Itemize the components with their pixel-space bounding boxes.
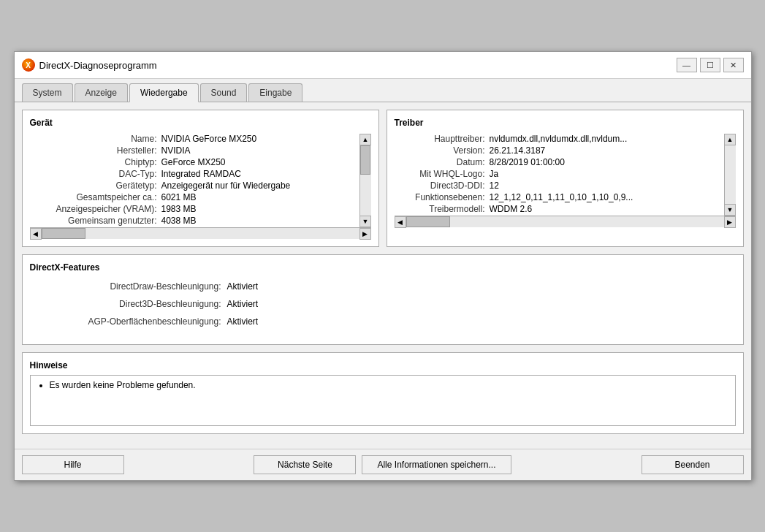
table-row: Chiptyp: GeForce MX250 — [30, 157, 358, 167]
vram-value: 1983 MB — [161, 204, 197, 214]
driver-hscroll-track — [406, 216, 724, 227]
notes-panel: Hinweise Es wurden keine Probleme gefund… — [22, 352, 744, 434]
scroll-down-button[interactable]: ▼ — [359, 216, 371, 227]
table-row: Gerätetyp: Anzeigegerät nur für Wiederga… — [30, 180, 358, 191]
list-item: Es wurden keine Probleme gefunden. — [50, 380, 728, 390]
hscroll-left-button[interactable]: ◀ — [30, 228, 42, 240]
device-name-value: NVIDIA GeForce MX250 — [161, 134, 257, 144]
table-row: Datum: 8/28/2019 01:00:00 — [395, 157, 723, 167]
app-icon: X — [22, 58, 35, 72]
table-row: Mit WHQL-Logo: Ja — [395, 169, 723, 179]
dac-value: Integrated RAMDAC — [161, 169, 241, 179]
chip-value: GeForce MX250 — [161, 157, 226, 167]
driver-info-table: Haupttreiber: nvldumdx.dll,nvldumdx.dll,… — [395, 134, 723, 214]
notes-box: Es wurden keine Probleme gefunden. — [30, 375, 736, 426]
tab-anzeige[interactable]: Anzeige — [75, 83, 128, 102]
whql-label: Mit WHQL-Logo: — [395, 169, 490, 179]
geraetetyp-value: Anzeigegerät nur für Wiedergabe — [161, 180, 291, 191]
scroll-up-button[interactable]: ▲ — [359, 134, 371, 145]
driver-panel: Treiber Haupttreiber: nvldumdx.dll,nvldu… — [387, 110, 744, 247]
funktionsebenen-label: Funktionsebenen: — [395, 192, 490, 202]
top-panels: Gerät Name: NVIDIA GeForce MX250 Herstel… — [22, 110, 744, 247]
driver-scroll-track — [725, 145, 736, 204]
version-value: 26.21.14.3187 — [490, 145, 546, 156]
footer: Hilfe Nächste Seite Alle Informationen s… — [15, 449, 751, 480]
features-panel: DirectX-Features DirectDraw-Beschleunigu… — [22, 254, 744, 345]
scroll-thumb — [360, 145, 370, 175]
d3d-ddi-value: 12 — [490, 180, 499, 191]
window-title: DirectX-Diagnoseprogramm — [39, 60, 157, 71]
funktionsebenen-value: 12_1,12_0,11_1,11_0,10_1,10_0,9... — [490, 192, 633, 202]
agp-value: Aktiviert — [227, 316, 259, 327]
notes-list: Es wurden keine Probleme gefunden. — [38, 380, 728, 390]
main-window: X DirectX-Diagnoseprogramm — ☐ ✕ System … — [14, 51, 752, 481]
scroll-track — [360, 145, 371, 216]
tab-sound[interactable]: Sound — [200, 83, 248, 102]
haupttreiber-value: nvldumdx.dll,nvldumdx.dll,nvldum... — [490, 134, 628, 144]
table-row: DAC-Typ: Integrated RAMDAC — [30, 169, 358, 179]
maximize-button[interactable]: ☐ — [700, 58, 720, 72]
minimize-button[interactable]: — — [677, 58, 697, 72]
shared-value: 4038 MB — [161, 216, 197, 226]
features-panel-title: DirectX-Features — [30, 262, 736, 273]
direct3d-label: Direct3D-Beschleunigung: — [30, 299, 227, 309]
gesamtspeicher-label: Gesamtspeicher ca.: — [30, 192, 161, 202]
device-panel-title: Gerät — [30, 118, 371, 128]
table-row: Direct3D-DDI: 12 — [395, 180, 723, 191]
gesamtspeicher-value: 6021 MB — [161, 192, 197, 202]
hersteller-label: Hersteller: — [30, 145, 161, 156]
beenden-button[interactable]: Beenden — [642, 455, 744, 474]
title-bar: X DirectX-Diagnoseprogramm — ☐ ✕ — [15, 52, 751, 79]
driver-hscroll-left-button[interactable]: ◀ — [395, 216, 406, 228]
tab-wiedergabe[interactable]: Wiedergabe — [129, 83, 199, 102]
version-label: Version: — [395, 145, 490, 156]
device-hscrollbar: ◀ ▶ — [30, 227, 371, 239]
naechste-seite-button[interactable]: Nächste Seite — [254, 455, 356, 474]
hscroll-thumb — [42, 228, 85, 239]
hersteller-value: NVIDIA — [161, 145, 191, 156]
table-row: AGP-Oberflächenbeschleunigung: Aktiviert — [30, 316, 736, 327]
table-row: DirectDraw-Beschleunigung: Aktiviert — [30, 281, 736, 292]
table-row: Name: NVIDIA GeForce MX250 — [30, 134, 358, 144]
table-row: Funktionsebenen: 12_1,12_0,11_1,11_0,10_… — [395, 192, 723, 202]
table-row: Gemeinsam genutzter: 4038 MB — [30, 216, 358, 226]
driver-panel-title: Treiber — [395, 118, 736, 128]
driver-hscroll-right-button[interactable]: ▶ — [724, 216, 736, 228]
title-buttons: — ☐ ✕ — [677, 58, 744, 72]
table-row: Direct3D-Beschleunigung: Aktiviert — [30, 299, 736, 309]
hscroll-right-button[interactable]: ▶ — [359, 228, 371, 240]
tab-system[interactable]: System — [22, 83, 73, 102]
d3d-ddi-label: Direct3D-DDI: — [395, 180, 490, 191]
datum-value: 8/28/2019 01:00:00 — [490, 157, 565, 167]
driver-vscrollbar: ▲ ▼ — [724, 134, 736, 216]
haupttreiber-label: Haupttreiber: — [395, 134, 490, 144]
main-content: Gerät Name: NVIDIA GeForce MX250 Herstel… — [15, 102, 751, 449]
tab-eingabe[interactable]: Eingabe — [248, 83, 302, 102]
table-row: Version: 26.21.14.3187 — [395, 145, 723, 156]
title-bar-left: X DirectX-Diagnoseprogramm — [22, 58, 157, 72]
hilfe-button[interactable]: Hilfe — [22, 455, 124, 474]
treibermodell-value: WDDM 2.6 — [490, 204, 533, 214]
close-button[interactable]: ✕ — [723, 58, 744, 72]
device-name-label: Name: — [30, 134, 161, 144]
datum-label: Datum: — [395, 157, 490, 167]
device-vscrollbar: ▲ ▼ — [359, 134, 371, 227]
vram-label: Anzeigespeicher (VRAM): — [30, 204, 161, 214]
chip-label: Chiptyp: — [30, 157, 161, 167]
agp-label: AGP-Oberflächenbeschleunigung: — [30, 316, 227, 327]
table-row: Gesamtspeicher ca.: 6021 MB — [30, 192, 358, 202]
driver-scroll-up-button[interactable]: ▲ — [724, 134, 736, 145]
driver-hscroll-thumb — [406, 216, 450, 227]
table-row: Anzeigespeicher (VRAM): 1983 MB — [30, 204, 358, 214]
device-info-table: Name: NVIDIA GeForce MX250 Hersteller: N… — [30, 134, 358, 226]
directdraw-label: DirectDraw-Beschleunigung: — [30, 281, 227, 292]
tab-bar: System Anzeige Wiedergabe Sound Eingabe — [15, 79, 751, 102]
table-row: Treibermodell: WDDM 2.6 — [395, 204, 723, 214]
driver-hscrollbar: ◀ ▶ — [395, 216, 736, 227]
table-row: Haupttreiber: nvldumdx.dll,nvldumdx.dll,… — [395, 134, 723, 144]
features-content: DirectDraw-Beschleunigung: Aktiviert Dir… — [30, 278, 736, 337]
alle-informationen-button[interactable]: Alle Informationen speichern... — [362, 455, 511, 474]
driver-scroll-down-button[interactable]: ▼ — [724, 204, 736, 216]
direct3d-value: Aktiviert — [227, 299, 259, 309]
dac-label: DAC-Typ: — [30, 169, 161, 179]
